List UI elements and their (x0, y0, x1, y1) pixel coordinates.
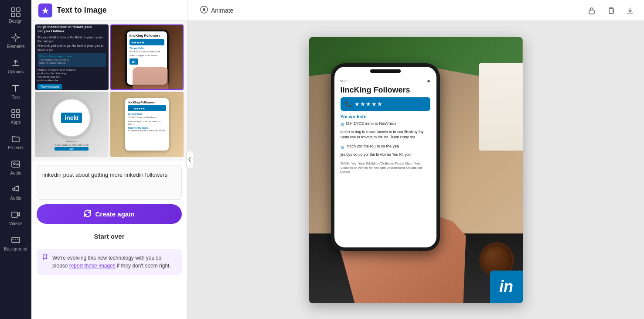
download-button[interactable] (623, 3, 637, 17)
svg-rect-0 (11, 8, 15, 11)
phone-notch (370, 69, 401, 73)
thumbnail-3[interactable]: inekI folwwims A key today to hols yors … (35, 92, 109, 157)
notice-link[interactable]: report these images (69, 263, 116, 269)
sidebar: Design Elements Uploads Text Apps Projec… (0, 0, 31, 319)
page-title: Text to Image (57, 6, 107, 15)
thumbnail-2[interactable]: lincKing Followers ★★★★★ Yoi wo listn IS… (110, 24, 184, 90)
text-icon (10, 83, 21, 93)
sidebar-item-label: Apps (11, 120, 21, 125)
sidebar-item-audio[interactable]: Audio (2, 181, 30, 204)
sidebar-item-label: Background (4, 247, 27, 251)
notice-text: We're evolving this new technology with … (52, 254, 177, 270)
sidebar-item-design[interactable]: Design (2, 3, 30, 27)
sidebar-item-photos[interactable]: Audio (2, 155, 30, 179)
panel: Text to Image in 'ge inkekInkikin in fol… (31, 0, 187, 319)
phone-status-bar: 9G ↑ ◉ (341, 79, 430, 83)
panel-collapse-button[interactable] (186, 151, 193, 168)
elements-icon (10, 32, 21, 43)
sidebar-item-label: Videos (9, 221, 22, 226)
linkedin-badge: in (490, 271, 523, 303)
svg-rect-6 (17, 110, 20, 113)
projects-icon (10, 134, 21, 144)
notebook (479, 63, 523, 151)
thumbnails-grid: in 'ge inkekInkikin in folows pollinst y… (31, 21, 187, 161)
svg-rect-1 (17, 8, 20, 11)
phone-bullet-text-1: ISH £YCS mmo to NesVhros (346, 121, 397, 127)
svg-rect-3 (17, 13, 20, 17)
phone-bullet-row-2: ⊙ Ttoch yor the rou to ys the yea (341, 144, 430, 150)
sidebar-item-background[interactable]: Background (2, 231, 30, 255)
flag-icon (42, 254, 49, 263)
sidebar-item-label: Audio (10, 196, 21, 201)
animate-label: Animate (211, 7, 233, 14)
phone-stars: ★★★★★ (354, 101, 383, 107)
design-icon (10, 7, 21, 17)
animate-icon (200, 5, 208, 15)
phone-icon: 📞 (345, 101, 352, 107)
sidebar-item-label: Elements (7, 44, 25, 49)
svg-rect-15 (589, 10, 594, 14)
phone-bullet-row-1: ⊙ ISH £YCS mmo to NesVhros (341, 121, 430, 127)
app-icon (38, 3, 52, 17)
uploads-icon (10, 58, 21, 68)
photos-icon (10, 159, 21, 169)
prompt-text: linkedin post about getting more linkedi… (37, 165, 182, 200)
panel-header: Text to Image (31, 0, 187, 21)
svg-rect-7 (12, 114, 15, 117)
svg-rect-11 (12, 212, 17, 217)
apps-icon (10, 108, 21, 119)
sidebar-item-projects[interactable]: Projects (2, 130, 30, 154)
sidebar-item-apps[interactable]: Apps (2, 105, 30, 128)
phone-app-title: lincKing Followers (341, 86, 430, 95)
phone-bullet-text-2: Ttoch yor the rou to ys the yea (346, 144, 399, 149)
prompt-area: linkedin post about getting more linkedi… (31, 161, 187, 319)
sidebar-item-uploads[interactable]: Uploads (2, 54, 30, 78)
bullet-icon-2: ⊙ (341, 144, 344, 150)
start-over-label: Start over (94, 233, 124, 240)
svg-rect-5 (12, 110, 15, 113)
sidebar-item-label: Design (9, 19, 22, 24)
animate-button[interactable]: Animate (194, 3, 239, 18)
main-generated-image: 9G ↑ ◉ lincKing Followers 📞 ★★★★★ Yoi wo… (309, 37, 523, 303)
svg-rect-9 (12, 161, 20, 167)
notice-box: We're evolving this new technology with … (37, 249, 182, 275)
copy-button[interactable] (604, 3, 618, 17)
bullet-icon-1: ⊙ (341, 122, 344, 127)
start-over-button[interactable]: Start over (37, 228, 182, 244)
sidebar-item-text[interactable]: Text (2, 79, 30, 103)
phone-blue-bar: 📞 ★★★★★ (341, 97, 430, 111)
canvas-area: Animate (187, 0, 644, 319)
thumbnail-4[interactable]: lincKing Followers 📞 ★★★★★ Yoi wo listn … (110, 92, 184, 157)
lock-button[interactable] (585, 3, 599, 17)
svg-rect-8 (17, 114, 20, 117)
create-again-label: Create again (95, 210, 134, 218)
create-again-button[interactable]: Create again (37, 204, 182, 224)
svg-rect-12 (12, 237, 20, 243)
sidebar-item-label: Audio (10, 171, 21, 175)
sidebar-item-elements[interactable]: Elements (2, 29, 30, 52)
linkedin-in-text: in (499, 279, 513, 295)
phone-footer-text: OrNEo Yoc. Your Sdolldio o'Ccllinoss Por… (341, 161, 430, 174)
phone-body-text-1: arrieo to ring to o varr torowo to to so… (341, 130, 430, 140)
phone-screen: 9G ↑ ◉ lincKing Followers 📞 ★★★★★ Yoi wo… (334, 67, 436, 247)
canvas-content: 9G ↑ ◉ lincKing Followers 📞 ★★★★★ Yoi wo… (187, 21, 644, 319)
refresh-icon (84, 209, 92, 219)
canvas-toolbar-right (585, 3, 637, 17)
audio-icon (10, 184, 21, 195)
sidebar-item-label: Text (12, 95, 20, 99)
phone-body-text-2: yrs byo oo uo yor the to wor us You KlI … (341, 152, 430, 158)
svg-point-10 (14, 163, 15, 165)
phone-device: 9G ↑ ◉ lincKing Followers 📞 ★★★★★ Yoi wo… (331, 63, 440, 251)
phone-subtitle: Yoi wo listn (341, 114, 430, 119)
videos-icon (10, 209, 21, 220)
sidebar-item-label: Uploads (8, 69, 24, 74)
thumbnail-1[interactable]: in 'ge inkekInkikin in folows pollinst y… (35, 24, 109, 90)
background-icon (10, 235, 21, 245)
canvas-topbar: Animate (187, 0, 644, 21)
svg-point-4 (14, 36, 17, 39)
svg-point-14 (203, 8, 205, 11)
sidebar-item-label: Projects (8, 145, 24, 150)
sidebar-item-videos[interactable]: Videos (2, 206, 30, 230)
svg-rect-2 (11, 13, 15, 17)
